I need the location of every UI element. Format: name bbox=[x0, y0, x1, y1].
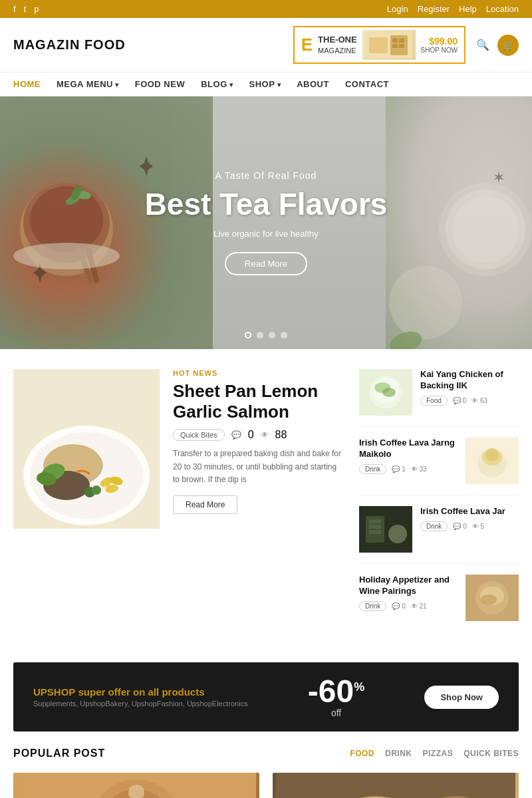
popular-title: POPULAR POST bbox=[13, 747, 105, 759]
svg-rect-5 bbox=[392, 44, 398, 48]
news-item-4-meta: Drink 💬 0 👁 21 bbox=[359, 601, 458, 611]
news-item-2-image bbox=[466, 438, 519, 484]
news-item-1: Kai Yang Chicken of Backing IIK Food 💬 0… bbox=[359, 369, 519, 427]
news-item-1-image bbox=[359, 369, 412, 416]
ad-banner[interactable]: E THE-ONE MAGAZINE $99.00 SHOP NOW bbox=[293, 26, 466, 64]
news-item-3-tag: Drink bbox=[420, 521, 448, 531]
site-logo: MAGAZIN FOOD bbox=[13, 37, 283, 53]
popular-tab-drink[interactable]: DRINK bbox=[385, 749, 412, 758]
hot-news-section: HOT NEWS Sheet Pan Lemon Garlic Salmon Q… bbox=[13, 369, 343, 642]
hero-dot-1[interactable] bbox=[245, 332, 251, 338]
hero-content: A Taste Of Real Food Best Tea Flavors Li… bbox=[145, 170, 388, 275]
cart-button[interactable]: 🛒 bbox=[497, 35, 519, 56]
nav-blog[interactable]: BLOG bbox=[201, 79, 233, 89]
popular-grid: Kai Yang Chicken of Backing IIK Food 💬 0… bbox=[13, 773, 519, 798]
nav-shop[interactable]: SHOP bbox=[249, 79, 281, 89]
hero-dot-4[interactable] bbox=[281, 332, 287, 338]
nav-contact[interactable]: CONTACT bbox=[345, 79, 389, 89]
ad-price-block: $99.00 SHOP NOW bbox=[421, 36, 458, 54]
main-nav: HOME MEGA MENU FOOD NEW BLOG SHOP ABOUT … bbox=[0, 72, 532, 96]
news-item-1-views: 👁 63 bbox=[471, 397, 487, 404]
promo-sub: Supplements, UpshopBakery, UpshopFashion… bbox=[33, 700, 248, 708]
sidebar-news: Kai Yang Chicken of Backing IIK Food 💬 0… bbox=[359, 369, 519, 642]
svg-point-38 bbox=[92, 485, 101, 495]
hot-news-desc: Transfer to a prepared baking dish and b… bbox=[173, 448, 343, 486]
top-bar: f t p Login Register Help Location bbox=[0, 0, 532, 18]
svg-rect-50 bbox=[369, 519, 381, 523]
svg-text:✶: ✶ bbox=[492, 168, 505, 186]
popular-card-2-image bbox=[273, 773, 519, 798]
news-item-3-meta: Drink 💬 0 👁 5 bbox=[420, 521, 519, 531]
hot-news-views: 88 bbox=[275, 429, 287, 441]
nav-home[interactable]: HOME bbox=[13, 79, 41, 89]
news-item-4-title: Holiday Appetizer and Wine Pairings bbox=[359, 575, 458, 597]
hero-dot-3[interactable] bbox=[269, 332, 275, 338]
news-item-3-comments: 💬 0 bbox=[453, 523, 466, 530]
news-item-4: Holiday Appetizer and Wine Pairings Drin… bbox=[359, 575, 519, 632]
hero-dot-2[interactable] bbox=[257, 332, 263, 338]
popular-header: POPULAR POST FOOD DRINK PIZZAS QUICK BIT… bbox=[13, 747, 519, 759]
news-item-2-comments: 💬 1 bbox=[392, 466, 405, 473]
hot-news-read-more-button[interactable]: Read More bbox=[173, 495, 237, 514]
svg-point-21 bbox=[389, 266, 462, 339]
popular-section: POPULAR POST FOOD DRINK PIZZAS QUICK BIT… bbox=[0, 747, 532, 798]
search-button[interactable]: 🔍 bbox=[476, 39, 489, 51]
social-twitter[interactable]: t bbox=[24, 4, 27, 14]
social-facebook[interactable]: f bbox=[13, 4, 16, 14]
hot-news-body: HOT NEWS Sheet Pan Lemon Garlic Salmon Q… bbox=[173, 369, 343, 529]
location-link[interactable]: Location bbox=[486, 4, 519, 14]
hero-section: ✶ A Taste Of Real Food Best Tea Flavors … bbox=[0, 96, 532, 349]
news-item-1-tag: Food bbox=[420, 396, 448, 406]
svg-rect-64 bbox=[276, 773, 515, 798]
svg-point-57 bbox=[481, 595, 497, 605]
hot-news-meta: Quick Bites 💬 0 👁 88 bbox=[173, 429, 343, 441]
promo-left: UPSHOP super offer on all products Suppl… bbox=[33, 686, 248, 708]
hot-news-comments: 0 bbox=[248, 429, 254, 441]
news-item-3-views: 👁 5 bbox=[472, 523, 484, 530]
nav-mega-menu[interactable]: MEGA MENU bbox=[57, 79, 119, 89]
promo-banner: UPSHOP super offer on all products Suppl… bbox=[13, 662, 519, 732]
popular-card-1-image bbox=[13, 773, 259, 798]
hot-news-title: Sheet Pan Lemon Garlic Salmon bbox=[173, 381, 343, 422]
news-item-2-title: Irish Coffee Lava Jarng Maikolo bbox=[359, 438, 458, 460]
popular-tab-pizzas[interactable]: PIZZAS bbox=[422, 749, 453, 758]
help-link[interactable]: Help bbox=[459, 4, 477, 14]
news-item-1-comments: 💬 0 bbox=[453, 397, 466, 404]
hot-news-inner: HOT NEWS Sheet Pan Lemon Garlic Salmon Q… bbox=[13, 369, 343, 529]
hero-food-right-bg: ✶ bbox=[386, 96, 532, 349]
popular-tab-quick-bites[interactable]: QUICK BITES bbox=[464, 749, 519, 758]
social-pinterest[interactable]: p bbox=[34, 4, 39, 14]
news-item-4-views: 👁 21 bbox=[411, 602, 427, 610]
news-item-1-body: Kai Yang Chicken of Backing IIK Food 💬 0… bbox=[420, 369, 519, 406]
promo-discount: -60% bbox=[308, 676, 364, 708]
hot-news-label: HOT NEWS bbox=[173, 369, 343, 377]
news-item-4-body: Holiday Appetizer and Wine Pairings Drin… bbox=[359, 575, 458, 611]
nav-about[interactable]: ABOUT bbox=[297, 79, 329, 89]
popular-tab-food[interactable]: FOOD bbox=[350, 749, 374, 758]
social-links: f t p bbox=[13, 4, 39, 14]
promo-percent: % bbox=[354, 680, 364, 694]
svg-point-53 bbox=[388, 525, 407, 543]
nav-food-new[interactable]: FOOD NEW bbox=[135, 79, 186, 89]
svg-rect-51 bbox=[369, 525, 381, 529]
news-item-2-body: Irish Coffee Lava Jarng Maikolo Drink 💬 … bbox=[359, 438, 458, 474]
header-icons: 🔍 🛒 bbox=[476, 35, 519, 56]
register-link[interactable]: Register bbox=[418, 4, 450, 14]
news-item-4-comments: 💬 0 bbox=[392, 602, 405, 610]
top-links: Login Register Help Location bbox=[387, 4, 519, 14]
ad-letter: E bbox=[301, 35, 313, 55]
hero-desc: Live organic for live healthy bbox=[145, 229, 388, 239]
promo-shop-button[interactable]: Shop Now bbox=[424, 686, 499, 709]
svg-rect-52 bbox=[369, 530, 381, 534]
promo-brand: UPSHOP bbox=[33, 686, 75, 698]
news-item-2-views: 👁 33 bbox=[411, 466, 427, 473]
news-item-1-title: Kai Yang Chicken of Backing IIK bbox=[420, 369, 519, 392]
svg-rect-1 bbox=[369, 37, 388, 53]
hero-read-more-button[interactable]: Read More bbox=[225, 252, 307, 275]
promo-off: off bbox=[308, 708, 364, 718]
main-content: HOT NEWS Sheet Pan Lemon Garlic Salmon Q… bbox=[0, 349, 532, 662]
login-link[interactable]: Login bbox=[387, 4, 408, 14]
news-item-3: Irish Coffee Lava Jar Drink 💬 0 👁 5 bbox=[359, 506, 519, 564]
ad-text: THE-ONE MAGAZINE bbox=[318, 35, 357, 55]
news-item-2: Irish Coffee Lava Jarng Maikolo Drink 💬 … bbox=[359, 438, 519, 495]
